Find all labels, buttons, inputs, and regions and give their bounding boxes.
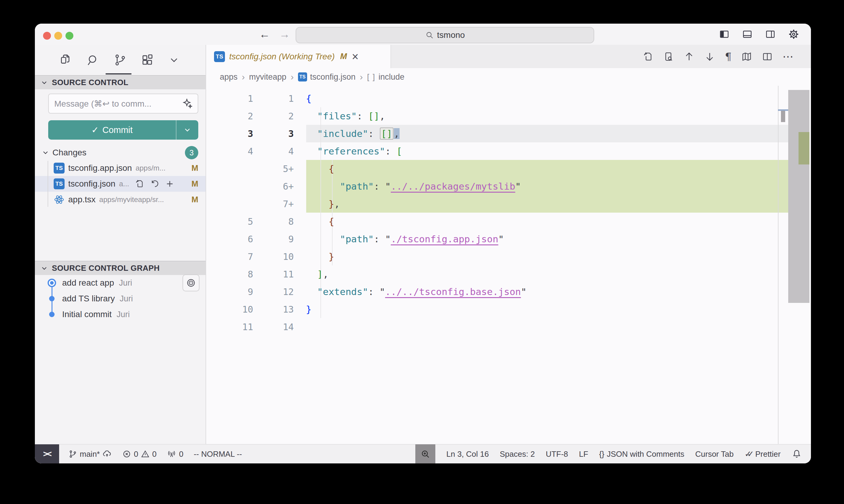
indentation-item[interactable]: Spaces: 2 (500, 449, 535, 459)
code-text: "path": "../../packages/mytslib" (306, 181, 521, 192)
old-line-number: 9 (206, 287, 256, 297)
section-title: SOURCE CONTROL (52, 78, 128, 87)
language-mode-item[interactable]: {} JSON with Comments (599, 449, 684, 459)
branch-status-item[interactable]: main* (68, 449, 112, 459)
code-line[interactable]: 1114 (206, 318, 811, 336)
map-icon[interactable] (741, 51, 752, 62)
code-line[interactable]: 58 { (206, 213, 811, 230)
notifications-bell-icon[interactable] (792, 449, 802, 459)
formatter-item[interactable]: ✓✓ Prettier (744, 449, 781, 459)
open-file-icon[interactable] (135, 179, 144, 189)
remote-indicator[interactable]: >< (35, 444, 59, 463)
changes-section-header[interactable]: Changes 3 (35, 145, 206, 160)
braces-icon: {} (599, 449, 604, 459)
preview-search-icon[interactable] (663, 51, 674, 62)
changed-file-row[interactable]: TStsconfig.app.jsonapps/m...M (35, 160, 206, 176)
ports-status-item[interactable]: 0 (167, 449, 183, 459)
previous-change-icon[interactable] (684, 51, 694, 62)
changed-file-row[interactable]: TStsconfig.jsona...M (35, 176, 206, 192)
changes-chevron-icon (41, 149, 49, 157)
code-line[interactable]: 811 ], (206, 265, 811, 283)
cursor-tab-item[interactable]: Cursor Tab (695, 449, 734, 459)
breadcrumb-item-myviteapp[interactable]: myviteapp (249, 72, 287, 82)
breadcrumb-item-apps[interactable]: apps (220, 72, 238, 82)
chevron-down-icon[interactable] (168, 54, 180, 66)
cursor-position-item[interactable]: Ln 3, Col 16 (446, 449, 489, 459)
code-line[interactable]: 912 "extends": "../../tsconfig.base.json… (206, 283, 811, 301)
commit-row[interactable]: add react appJuri (35, 275, 206, 291)
search-sidebar-icon[interactable] (86, 53, 100, 67)
breadcrumb-label: myviteapp (249, 72, 287, 82)
encoding-item[interactable]: UTF-8 (546, 449, 568, 459)
modified-status-badge: M (192, 179, 199, 189)
minimize-traffic-light[interactable] (54, 32, 62, 40)
more-actions-icon[interactable]: ⋯ (782, 50, 794, 63)
code-line[interactable]: 44 "references": [ (206, 142, 811, 160)
line-background (306, 248, 788, 265)
line-background (306, 301, 788, 318)
extensions-icon[interactable] (140, 53, 154, 67)
vim-block-cursor: , (394, 128, 400, 139)
back-arrow-icon[interactable]: ← (259, 29, 270, 40)
command-center-search[interactable]: tsmono (296, 27, 594, 43)
formatter-label: Prettier (755, 449, 781, 459)
toggle-right-sidebar-icon[interactable] (765, 29, 776, 40)
stage-changes-icon[interactable] (165, 179, 175, 189)
split-editor-icon[interactable] (762, 51, 773, 62)
commit-dot-icon (46, 277, 58, 289)
code-line[interactable]: 710 } (206, 248, 811, 265)
source-control-icon[interactable] (113, 53, 127, 67)
line-background (306, 265, 788, 283)
commit-row[interactable]: add TS libraryJuri (35, 291, 206, 307)
commit-button[interactable]: ✓ Commit (48, 120, 198, 140)
code-line[interactable]: 22 "files": [], (206, 107, 811, 125)
eol-item[interactable]: LF (579, 449, 588, 459)
code-text: { (306, 93, 312, 104)
settings-gear-icon[interactable] (788, 29, 799, 40)
old-line-number: 10 (206, 304, 256, 315)
open-changes-icon[interactable] (642, 51, 653, 62)
source-control-section-header[interactable]: SOURCE CONTROL (35, 75, 206, 89)
forward-arrow-icon[interactable]: → (279, 29, 290, 40)
close-traffic-light[interactable] (43, 32, 51, 40)
commit-dropdown-button[interactable] (176, 120, 198, 140)
toggle-left-sidebar-icon[interactable] (719, 29, 730, 40)
code-line[interactable]: 69 "path": "./tsconfig.app.json" (206, 230, 811, 248)
commit-message: add TS library (62, 294, 115, 304)
code-text: { (306, 163, 334, 174)
commit-message-placeholder: Message (⌘↩ to comm... (54, 99, 181, 109)
checkout-target-button[interactable] (183, 274, 200, 291)
code-line[interactable]: 33 "include": [], (206, 125, 811, 142)
copilot-sparkle-icon[interactable] (181, 97, 193, 110)
breadcrumb-item-include[interactable]: [ ]include (367, 72, 404, 82)
breadcrumb-item-tsconfig-json[interactable]: TStsconfig.json (298, 72, 356, 82)
code-line[interactable]: 7+ }, (206, 195, 811, 213)
code-line[interactable]: 11{ (206, 90, 811, 107)
toggle-panel-icon[interactable] (742, 29, 753, 40)
bracket-match-box: [] (380, 127, 394, 140)
new-line-number: 11 (256, 269, 296, 280)
commit-message-input[interactable]: Message (⌘↩ to comm... (48, 94, 198, 113)
next-change-icon[interactable] (704, 51, 715, 62)
whitespace-toggle-icon[interactable]: ¶ (725, 51, 731, 63)
discard-changes-icon[interactable] (150, 179, 159, 189)
new-line-number: 12 (256, 287, 296, 297)
editor-scrollbar[interactable] (788, 90, 809, 303)
diff-editor[interactable]: 11{22 "files": [],33 "include": [],44 "r… (206, 86, 811, 444)
tab-close-icon[interactable]: × (352, 52, 359, 61)
screencast-zoom-item[interactable] (415, 444, 435, 463)
code-line[interactable]: 6+ "path": "../../packages/mytslib" (206, 178, 811, 195)
code-line[interactable]: 1013} (206, 301, 811, 318)
maximize-traffic-light[interactable] (66, 32, 73, 40)
language-label: JSON with Comments (607, 449, 685, 459)
problems-status-item[interactable]: 0 0 (122, 449, 156, 459)
typescript-file-icon: TS (54, 163, 65, 174)
tab-tsconfig-working-tree[interactable]: TS tsconfig.json (Working Tree) M × (206, 45, 391, 68)
new-line-number: 14 (256, 322, 296, 332)
code-line[interactable]: 5+ { (206, 160, 811, 178)
changed-file-row[interactable]: app.tsxapps/myviteapp/sr...M (35, 192, 206, 208)
source-control-graph-header[interactable]: SOURCE CONTROL GRAPH (35, 261, 206, 275)
explorer-icon[interactable] (58, 53, 72, 67)
commit-row[interactable]: Initial commitJuri (35, 307, 206, 322)
vim-mode-indicator[interactable]: -- NORMAL -- (194, 449, 242, 459)
